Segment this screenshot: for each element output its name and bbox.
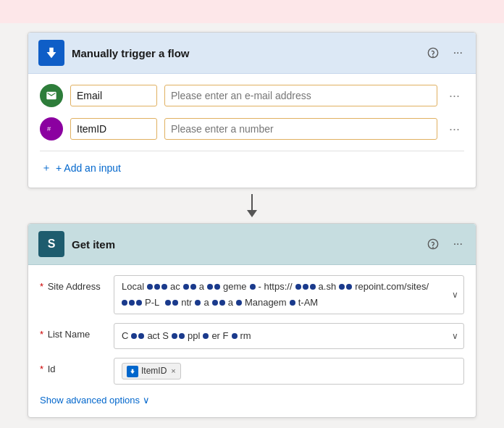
site-text-9: ntr [181,296,192,309]
trigger-more-button[interactable]: ··· [450,45,466,61]
itemid-label-input[interactable] [70,118,157,140]
email-placeholder-input[interactable] [164,85,437,106]
blurred-7 [122,300,142,306]
blurred-l1 [131,333,144,339]
site-address-input[interactable]: Local ac a geme - https:// a.sh repoint.… [114,275,464,314]
get-item-icon: S [38,231,64,257]
add-input-button[interactable]: ＋ + Add an input [40,159,122,177]
trigger-card: Manually trigger a flow ··· [28,32,476,188]
itemid-tag[interactable]: ItemID × [122,363,181,379]
get-item-help-button[interactable] [424,237,442,251]
add-icon: ＋ [41,161,51,175]
sharepoint-icon-letter: S [48,238,56,251]
show-advanced-chevron-icon: ∨ [143,395,150,406]
more-dots-icon-2: ··· [449,122,460,137]
more-dots-icon: ··· [449,88,460,104]
more-icon: ··· [453,46,463,59]
id-input[interactable]: ItemID × [114,358,464,385]
blurred-11 [236,300,242,306]
site-text-2: ac [170,280,180,293]
required-star-2: * [40,329,43,340]
id-label: * Id [40,358,105,374]
email-row-more-button[interactable]: ··· [445,87,464,105]
site-text-6: a.sh [319,280,337,293]
arrow-head [247,210,257,217]
list-text-1: C [122,330,128,343]
main-content: Manually trigger a flow ··· [0,23,504,427]
trigger-icon [38,40,64,66]
blurred-l2 [172,333,185,339]
get-item-card-header: S Get item ··· [28,224,476,265]
itemid-input-row: # ··· [40,117,464,140]
get-item-card: S Get item ··· * Site [28,223,476,418]
svg-text:#: # [47,125,51,133]
add-input-label: + Add an input [56,162,121,174]
divider [40,151,464,151]
required-star-3: * [40,364,43,374]
show-advanced-label: Show advanced options [40,395,140,406]
itemid-placeholder-input[interactable] [164,118,437,140]
list-name-input[interactable]: C act S ppl er F rm [114,323,464,349]
site-text-12: Managem [245,296,287,309]
email-input-row: ··· [40,84,464,107]
site-text-4: geme [223,280,247,293]
required-star-1: * [40,281,43,292]
site-text-8: P-L [145,296,159,309]
blurred-3 [207,284,220,290]
site-address-row: * Site Address Local ac a geme - https:/… [40,275,464,314]
email-label-input[interactable] [70,85,157,106]
tag-label: ItemID [141,365,167,377]
site-text-1: Local [122,280,144,293]
list-name-row: * List Name C act S ppl er F rm ∨ [40,323,464,349]
blurred-l3 [203,333,209,339]
arrow-connector [247,188,257,223]
site-address-wrapper: Local ac a geme - https:// a.sh repoint.… [114,275,464,314]
trigger-help-button[interactable] [424,46,442,60]
list-text-3: ppl [188,330,200,343]
site-text-5: - https:// [259,280,293,293]
svg-point-1 [432,56,433,56]
blurred-2 [183,284,196,290]
blurred-10 [212,300,225,306]
blurred-9 [195,300,201,306]
trigger-card-body: ··· # ··· ＋ + Add an input [28,74,476,188]
blurred-8 [165,300,178,306]
get-item-more-button[interactable]: ··· [450,236,466,252]
list-text-5: rm [240,330,251,343]
show-advanced-button[interactable]: Show advanced options ∨ [40,393,150,407]
site-text-10: a [203,296,209,309]
list-text-2: act S [147,330,169,343]
site-address-label: * Site Address [40,275,105,292]
arrow-line [251,194,253,210]
tag-icon [127,366,138,377]
list-name-label: * List Name [40,323,105,340]
get-item-card-body: * Site Address Local ac a geme - https:/… [28,265,476,417]
list-name-wrapper: C act S ppl er F rm ∨ [114,323,464,349]
blurred-6 [339,284,352,290]
site-text-7: repoint.com/sites/ [355,280,429,293]
id-wrapper: ItemID × [114,358,464,385]
site-text-11: a [228,296,233,309]
blurred-l4 [232,333,238,339]
get-item-more-icon: ··· [453,238,463,251]
blurred-1 [147,284,167,290]
top-bar [0,0,504,23]
id-row: * Id ItemID × [40,358,464,385]
number-type-icon: # [40,117,63,140]
email-type-icon [40,84,63,107]
trigger-card-title: Manually trigger a flow [72,47,417,59]
get-item-card-actions: ··· [424,236,466,252]
itemid-row-more-button[interactable]: ··· [445,120,464,138]
site-text-3: a [199,280,204,293]
trigger-card-header: Manually trigger a flow ··· [28,33,476,74]
blurred-5 [295,284,316,290]
blurred-12 [290,300,295,306]
site-text-13: t-AM [298,296,318,309]
get-item-card-title: Get item [72,238,417,251]
svg-point-4 [432,247,433,248]
tag-close-button[interactable]: × [171,366,175,377]
trigger-card-actions: ··· [424,45,466,61]
list-text-4: er F [211,330,228,343]
blurred-4 [250,284,256,290]
